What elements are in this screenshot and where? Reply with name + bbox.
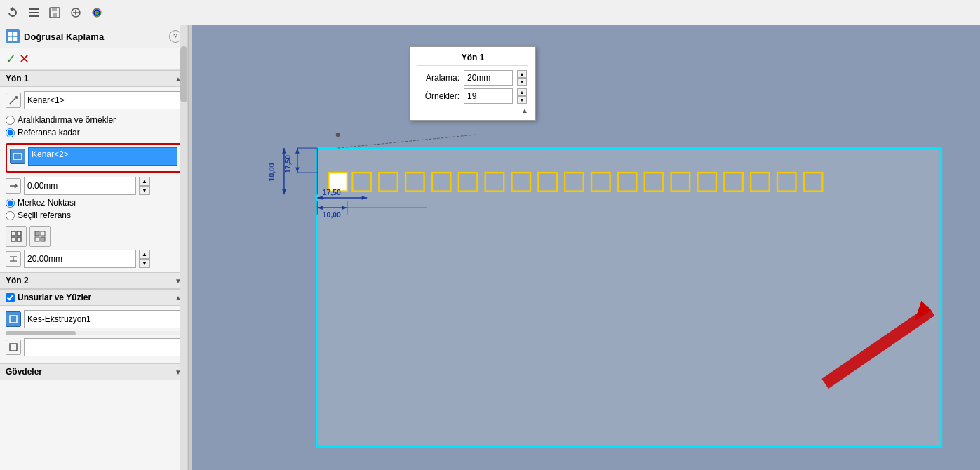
svg-text:17,50: 17,50 [323,189,341,196]
spacing-input[interactable] [24,250,136,268]
govdeler-section-header[interactable]: Gövdeler ▼ [0,363,187,380]
svg-rect-33 [459,173,477,191]
unsurlar-section-header[interactable]: Unsurlar ve Yüzler ▲ [0,289,187,306]
radio-group-2: Merkez Noktası Seçili referans [6,195,182,223]
svg-rect-30 [379,173,397,191]
radio-group: Aralıklandırma ve örnekler Referansa kad… [6,112,182,140]
offset-container: ▲ ▼ [6,177,182,195]
unsur1-icon [6,311,21,327]
yon1-label: Yön 1 [6,74,29,83]
radio-secili[interactable]: Seçili referans [6,210,182,220]
spacing-spin-up[interactable]: ▲ [139,250,150,259]
toolbar-btn-cross[interactable] [66,3,86,22]
popup-aralik-spin-up[interactable]: ▲ [517,70,527,78]
radio-araliklandirma-input[interactable] [6,116,15,125]
unsurlar-label: Unsurlar ve Yüzler [18,293,91,302]
svg-rect-32 [432,173,450,191]
radio-merkez[interactable]: Merkez Noktası [6,198,182,208]
yon2-section-header[interactable]: Yön 2 ▼ [0,272,187,289]
main-content: Doğrusal Kaplama ? ✓ ✕ Yön 1 ▲ [0,25,980,470]
unsur2-icon [6,340,21,355]
svg-rect-45 [777,173,796,191]
svg-rect-41 [671,173,690,191]
reference-box: Kenar<2> [6,143,182,173]
svg-rect-29 [352,173,370,191]
toolbar-btn-list[interactable] [24,3,43,22]
kenar2-input[interactable]: Kenar<2> [28,147,177,166]
svg-rect-24 [10,316,17,323]
svg-rect-2 [29,15,39,17]
radio-referansa[interactable]: Referansa kadar [6,128,182,137]
svg-point-70 [336,133,340,137]
popup-collapse-btn[interactable]: ▲ [417,107,528,114]
svg-rect-4 [52,8,57,11]
radio-araliklandirma-label: Aralıklandırma ve örnekler [18,115,116,125]
offset-input[interactable] [24,177,136,195]
popup-aralik-row: Aralama: ▲ ▼ [417,70,528,86]
popup-ornekler-input[interactable] [464,88,513,104]
svg-rect-36 [538,173,556,191]
radio-referansa-input[interactable] [6,128,15,137]
pattern-icon-btn-2[interactable] [29,226,51,247]
offset-spin-up[interactable]: ▲ [139,177,150,186]
svg-rect-22 [41,237,45,241]
svg-rect-25 [10,344,17,351]
offset-icon [6,178,21,194]
cancel-button[interactable]: ✕ [19,51,29,67]
unsur1-input[interactable] [24,310,182,328]
ok-button[interactable]: ✓ [6,51,16,67]
panel-scrollbar[interactable] [180,25,187,470]
svg-rect-34 [485,173,504,191]
svg-rect-18 [17,237,21,241]
spacing-spin-down[interactable]: ▼ [139,259,150,268]
offset-spin-down[interactable]: ▼ [139,186,150,195]
svg-text:10,00: 10,00 [268,163,276,181]
unsur1-scroll[interactable] [6,331,182,335]
unsurlar-header-content: Unsurlar ve Yüzler [6,293,91,302]
svg-rect-13 [13,37,17,41]
edge1-input[interactable] [24,91,182,109]
popup-aralik-input[interactable] [464,70,513,86]
spacing-icon [6,251,21,267]
svg-rect-19 [35,231,39,236]
popup-aralik-label: Aralama: [417,73,459,83]
svg-point-9 [93,8,101,17]
svg-rect-27 [317,148,941,447]
svg-rect-17 [11,237,15,241]
yon1-section-header[interactable]: Yön 1 ▲ [0,70,187,87]
radio-merkez-input[interactable] [6,199,15,208]
popup-title: Yön 1 [417,53,528,66]
kenar2-row: Kenar<2> [10,147,177,166]
toolbar-btn-save[interactable] [45,3,65,22]
radio-secili-input[interactable] [6,211,15,220]
unsurlar-checkbox[interactable] [6,293,15,302]
svg-rect-42 [697,173,716,191]
toolbar-btn-refresh[interactable] [3,3,22,22]
edge1-icon [6,93,21,108]
radio-araliklandirma[interactable]: Aralıklandırma ve örnekler [6,115,182,125]
toolbar-btn-color[interactable] [87,3,107,22]
left-panel: Doğrusal Kaplama ? ✓ ✕ Yön 1 ▲ [0,25,188,470]
svg-rect-35 [512,173,530,191]
unsur1-scroll-thumb [6,331,76,335]
svg-rect-39 [618,173,636,191]
top-toolbar [0,0,980,25]
panel-title-row: Doğrusal Kaplama ? [0,25,187,48]
svg-rect-31 [405,173,424,191]
kenar2-icon [10,149,25,164]
panel-scroll-thumb [180,46,187,102]
unsur2-row [6,338,182,356]
pattern-icon-btn-1[interactable] [6,226,27,247]
popup-ornekler-spin: ▲ ▼ [517,88,527,104]
unsur2-input[interactable] [24,338,182,356]
popup-aralik-spin-down[interactable]: ▼ [517,78,527,86]
popup-ornekler-spin-up[interactable]: ▲ [517,88,527,96]
svg-text:10,00: 10,00 [323,211,341,219]
govdeler-label: Gövdeler [6,367,42,377]
popup-ornekler-spin-down[interactable]: ▼ [517,96,527,104]
svg-rect-40 [645,173,663,191]
svg-rect-10 [8,32,12,36]
yon2-label: Yön 2 [6,276,29,286]
unsurlar-content [0,306,187,363]
edge1-row [6,91,182,109]
